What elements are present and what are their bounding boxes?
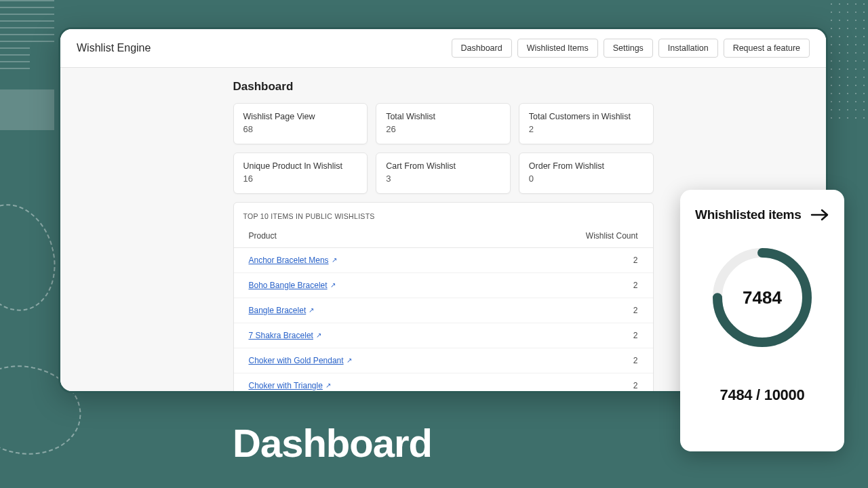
- top-items-panel: TOP 10 ITEMS IN PUBLIC WISHLISTS Product…: [233, 202, 654, 393]
- external-link-icon: ↗: [347, 357, 352, 364]
- product-link[interactable]: Choker with Gold Pendant: [249, 356, 344, 365]
- decorative-circle: [0, 195, 67, 321]
- wishlist-count: 2: [493, 273, 652, 298]
- nav-installation[interactable]: Installation: [658, 39, 718, 58]
- card-value: 0: [529, 174, 644, 184]
- card-label: Total Wishlist: [386, 112, 500, 121]
- external-link-icon: ↗: [309, 306, 314, 314]
- card-total-wishlist: Total Wishlist 26: [376, 103, 511, 144]
- table-row: 7 Shakra Bracelet↗2: [234, 323, 653, 348]
- col-wishlist-count: Wishlist Count: [493, 224, 652, 248]
- card-total-customers: Total Customers in Wishlist 2: [519, 103, 654, 144]
- card-value: 2: [529, 124, 644, 134]
- stat-cards: Wishlist Page View 68 Total Wishlist 26 …: [233, 103, 654, 194]
- product-link[interactable]: Anchor Bracelet Mens: [249, 256, 329, 265]
- decorative-lines: [0, 0, 54, 149]
- nav-request-feature[interactable]: Request a feature: [724, 39, 810, 58]
- donut-chart: 7484: [695, 240, 829, 355]
- product-link[interactable]: Boho Bangle Bracelet: [249, 281, 328, 290]
- external-link-icon: ↗: [326, 382, 331, 389]
- card-order-from-wishlist: Order From Wishlist 0: [519, 152, 654, 194]
- wishlist-count: 2: [493, 323, 652, 348]
- table-row: Anchor Bracelet Mens↗2: [234, 248, 653, 273]
- card-value: 68: [243, 124, 358, 134]
- card-label: Cart From Wishlist: [386, 161, 500, 171]
- app-title: Wishlist Engine: [77, 42, 151, 54]
- donut-value: 7484: [695, 240, 829, 355]
- wishlist-count: 2: [493, 373, 652, 394]
- card-label: Total Customers in Wishlist: [529, 112, 644, 121]
- decorative-dots: [827, 0, 868, 122]
- hero-title: Dashboard: [233, 420, 432, 466]
- card-cart-from-wishlist: Cart From Wishlist 3: [376, 152, 511, 194]
- nav-dashboard[interactable]: Dashboard: [452, 39, 512, 58]
- content: Dashboard Wishlist Page View 68 Total Wi…: [233, 68, 654, 393]
- nav: Dashboard Wishlisted Items Settings Inst…: [452, 39, 810, 58]
- page-heading: Dashboard: [233, 80, 654, 94]
- wishlist-count: 2: [493, 248, 652, 273]
- wishlisted-items-card: Whishlisted items 7484 7484 / 10000: [680, 190, 844, 451]
- card-value: 3: [386, 174, 500, 184]
- col-product: Product: [234, 224, 494, 248]
- topbar: Wishlist Engine Dashboard Wishlisted Ite…: [60, 29, 826, 68]
- side-card-fraction: 7484 / 10000: [695, 386, 829, 404]
- wishlist-count: 2: [493, 348, 652, 373]
- product-link[interactable]: 7 Shakra Bracelet: [249, 331, 313, 340]
- table-row: Choker with Triangle↗2: [234, 373, 653, 394]
- product-link[interactable]: Bangle Bracelet: [249, 306, 307, 315]
- card-wishlist-page-view: Wishlist Page View 68: [233, 103, 368, 144]
- top-items-table: Product Wishlist Count Anchor Bracelet M…: [234, 224, 653, 393]
- arrow-right-icon[interactable]: [810, 209, 829, 221]
- wishlist-count: 2: [493, 298, 652, 323]
- nav-settings[interactable]: Settings: [604, 39, 653, 58]
- side-card-title: Whishlisted items: [695, 207, 801, 222]
- product-link[interactable]: Choker with Triangle: [249, 381, 323, 390]
- external-link-icon: ↗: [332, 256, 337, 264]
- external-link-icon: ↗: [330, 281, 336, 289]
- card-label: Order From Wishlist: [529, 161, 644, 171]
- card-label: Wishlist Page View: [243, 112, 358, 121]
- nav-wishlisted-items[interactable]: Wishlisted Items: [517, 39, 598, 58]
- side-card-header: Whishlisted items: [695, 207, 829, 222]
- external-link-icon: ↗: [316, 331, 321, 339]
- card-value: 16: [243, 174, 358, 184]
- card-value: 26: [386, 124, 500, 134]
- table-row: Boho Bangle Bracelet↗2: [234, 273, 653, 298]
- card-unique-product: Unique Product In Wishlist 16: [233, 152, 368, 194]
- card-label: Unique Product In Wishlist: [243, 161, 358, 171]
- table-caption: TOP 10 ITEMS IN PUBLIC WISHLISTS: [234, 203, 653, 224]
- table-row: Bangle Bracelet↗2: [234, 298, 653, 323]
- table-row: Choker with Gold Pendant↗2: [234, 348, 653, 373]
